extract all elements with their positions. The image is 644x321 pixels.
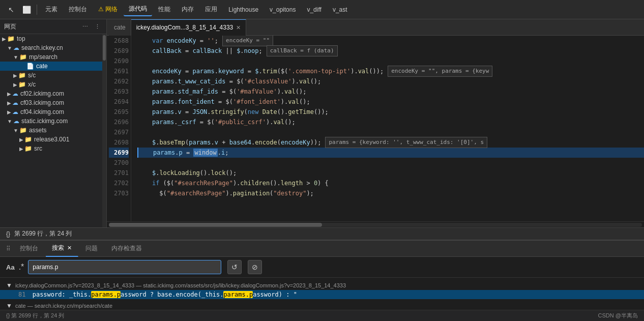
- code-line-2699: params.p = window.i;: [137, 148, 644, 158]
- status-right: CSDN @半离岛: [598, 312, 638, 319]
- search-refresh-button[interactable]: ↺: [227, 260, 242, 274]
- toolbar: ↖ ⬜ 元素 控制台 ⚠ 网络 源代码 性能 内存 应用 Lighthouse …: [0, 0, 644, 19]
- toolbar-performance[interactable]: 性能: [153, 3, 175, 16]
- tree-label-cf03: cf03.ickimg.com: [20, 99, 64, 106]
- line-numbers: 2688 2689 2690 2691 2692 2693 2694 2695 …: [107, 36, 131, 221]
- search-cancel-button[interactable]: ⊘: [248, 260, 262, 274]
- cloud-icon: ☁: [12, 108, 18, 115]
- code-line-2694: params.font_ident = $('#font_ident').val…: [137, 97, 644, 107]
- device-icon[interactable]: ⬜: [19, 3, 34, 17]
- toolbar-console[interactable]: 控制台: [64, 3, 92, 16]
- search-bar: Aa .* ↺ ⊘: [0, 257, 644, 278]
- collapse-icon: ▼: [6, 282, 12, 289]
- cancel-icon: ⊘: [252, 263, 258, 271]
- toolbar-memory[interactable]: 内存: [177, 3, 199, 16]
- sidebar-item-search-ickey[interactable]: ▼ ☁ search.ickey.cn: [0, 43, 102, 52]
- status-left: {} 第 2699 行，第 24 列: [6, 312, 64, 319]
- sidebar-item-src[interactable]: ▶ 📁 src: [0, 144, 102, 153]
- sidebar-more-menu[interactable]: ⋮: [92, 21, 102, 32]
- tab-cate-label: cate: [114, 24, 126, 31]
- bottom-status-bar: {} 第 2699 行，第 24 列 CSDN @半离岛: [0, 310, 644, 321]
- result-text-mid: assword ? base.encode(_this.: [121, 291, 223, 298]
- sidebar-item-release[interactable]: ▶ 📁 release3.001: [0, 135, 102, 144]
- console-tab-label: 控制台: [20, 244, 38, 253]
- main-layout: 网页 ⋯ ⋮ ▶ 📁 top ▼ ☁: [0, 19, 644, 321]
- sidebar-item-cate[interactable]: 📄 cate: [0, 62, 102, 71]
- pointer-icon[interactable]: ↖: [4, 3, 18, 17]
- tree-label-mp-search: mp/search: [29, 53, 57, 61]
- sidebar-item-s-c[interactable]: ▶ 📁 s/c: [0, 71, 102, 80]
- folder-icon: 📁: [19, 53, 27, 61]
- toolbar-v-options[interactable]: v_opitons: [265, 4, 301, 15]
- code-line-2703: $("#searchResPage").pagination("destroy"…: [137, 188, 644, 198]
- cloud-icon: ☁: [13, 118, 19, 125]
- h-scrollbar-track[interactable]: [109, 223, 642, 227]
- toolbar-elements[interactable]: 元素: [40, 3, 63, 16]
- sidebar-item-x-c[interactable]: ▶ 📁 x/c: [0, 80, 102, 89]
- sidebar-item-top[interactable]: ▶ 📁 top: [0, 34, 102, 43]
- folder-icon: 📁: [7, 35, 15, 42]
- search-tab-close[interactable]: ✕: [67, 245, 72, 251]
- code-line-2700: [137, 158, 644, 168]
- toolbar-application[interactable]: 应用: [200, 3, 222, 16]
- cloud-icon: ☁: [12, 90, 18, 97]
- hint-2698: params = {keyword: '', t_www_cat_ids: '[…: [325, 137, 487, 148]
- tab-cate[interactable]: cate: [109, 19, 131, 36]
- hint-2691: encodeKy = "", params = {keyw: [388, 66, 492, 77]
- drag-handle: ⠿: [6, 245, 11, 252]
- arrow-icon: ▶: [7, 91, 11, 97]
- search-results: ▼ ickey.dialogCommon.js?v=2023_8_15_14_4…: [0, 278, 644, 310]
- result-group-ickey: ▼ ickey.dialogCommon.js?v=2023_8_15_14_4…: [0, 280, 644, 300]
- sidebar-item-cf03[interactable]: ▶ ☁ cf03.ickimg.com: [0, 98, 102, 107]
- hint-2689: callBack = f (data): [267, 45, 338, 56]
- tree-label-cate: cate: [36, 63, 48, 70]
- toolbar-sources[interactable]: 源代码: [124, 3, 152, 16]
- sidebar-item-static[interactable]: ▼ ☁ static.ickimg.com: [0, 116, 102, 126]
- sidebar-item-cf04[interactable]: ▶ ☁ cf04.ickimg.com: [0, 107, 102, 116]
- toolbar-network[interactable]: ⚠ 网络: [93, 3, 123, 16]
- tab-ickey-dialog[interactable]: ickey.dialogCom...3_8_15_14_4333 ✕: [131, 19, 247, 36]
- sidebar-expand-all[interactable]: ⋯: [80, 21, 90, 32]
- result-group-ickey-header[interactable]: ▼ ickey.dialogCommon.js?v=2023_8_15_14_4…: [0, 281, 644, 290]
- status-position-text: {} 第 2699 行，第 24 列: [6, 312, 64, 319]
- code-content[interactable]: var encodeKy = ''; encodeKy = "" callBac…: [131, 36, 644, 221]
- arrow-icon: ▶: [7, 100, 11, 106]
- tree-label-cf02: cf02.ickimg.com: [20, 90, 64, 97]
- scroll-thumb[interactable]: [103, 35, 106, 61]
- toolbar-v-ast[interactable]: v_ast: [328, 4, 353, 15]
- tab-memory-inspector[interactable]: 内存检查器: [105, 241, 149, 257]
- horizontal-scrollbar[interactable]: [107, 221, 644, 227]
- result-group-label: ickey.dialogCommon.js?v=2023_8_15_14_433…: [15, 282, 346, 288]
- bottom-panel: ⠿ 控制台 搜索 ✕ 问题 内存检查器 Aa .* ↺: [0, 240, 644, 321]
- tab-ickey-label: ickey.dialogCom...3_8_15_14_4333: [136, 24, 233, 31]
- tab-search[interactable]: 搜索 ✕: [46, 241, 78, 257]
- toolbar-lighthouse[interactable]: Lighthouse: [223, 4, 264, 15]
- result-item-81[interactable]: 81 password: _this.params.password ? bas…: [0, 290, 644, 299]
- tab-close-icon[interactable]: ✕: [236, 24, 241, 31]
- tab-console[interactable]: 控制台: [14, 241, 45, 257]
- tree-label-s-c: s/c: [28, 72, 36, 79]
- sidebar-item-mp-search[interactable]: ▼ 📁 mp/search: [0, 52, 102, 62]
- file-tree-sidebar: 网页 ⋯ ⋮ ▶ 📁 top ▼ ☁: [0, 19, 107, 227]
- code-line-2701: $.lockLoading().lock();: [137, 168, 644, 178]
- result-text-after: assword) : ": [253, 291, 297, 298]
- tab-issues[interactable]: 问题: [79, 241, 104, 257]
- tree-label-src: src: [34, 145, 42, 152]
- result-group-cate-label: cate — search.ickey.cn/mp/search/cate: [15, 303, 112, 309]
- result-group-cate-header[interactable]: ▼ cate — search.ickey.cn/mp/search/cate: [0, 301, 644, 310]
- sidebar-item-cf02[interactable]: ▶ ☁ cf02.ickimg.com: [0, 89, 102, 98]
- search-aa-button[interactable]: Aa: [6, 264, 15, 271]
- tree-label-search-ickey: search.ickey.cn: [21, 44, 63, 51]
- sidebar-item-assets[interactable]: ▼ 📁 assets: [0, 126, 102, 135]
- arrow-icon: ▶: [19, 137, 23, 142]
- search-input[interactable]: [28, 264, 221, 271]
- toolbar-v-diff[interactable]: v_diff: [302, 4, 326, 15]
- code-line-2695: params.v = JSON.stringify(new Date().get…: [137, 107, 644, 117]
- folder-icon: 📁: [18, 72, 26, 79]
- h-scrollbar-thumb[interactable]: [109, 223, 322, 227]
- search-input-wrap[interactable]: [28, 260, 221, 274]
- line-num: 81: [18, 291, 25, 298]
- sidebar-scroll-indicator[interactable]: [102, 34, 106, 227]
- search-regex-button[interactable]: .*: [19, 262, 24, 272]
- result-text-before: password: _this.: [33, 291, 92, 298]
